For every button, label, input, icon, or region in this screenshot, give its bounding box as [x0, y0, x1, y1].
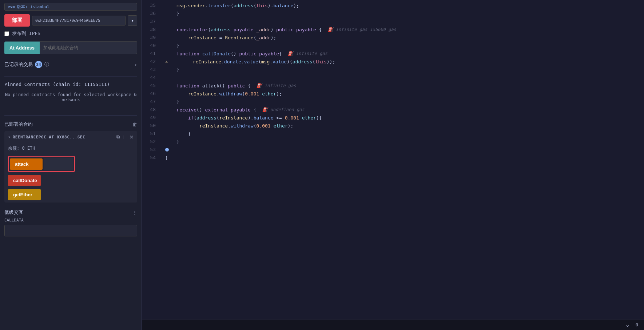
dropdown-arrow[interactable]: ▾ — [128, 15, 137, 26]
pinned-contracts-section: Pinned Contracts (chain id: 11155111) No… — [4, 82, 137, 105]
callDonate-button[interactable]: callDonate — [8, 175, 41, 186]
code-line — [165, 17, 638, 25]
calldata-label: CALLDATA — [4, 218, 137, 223]
contract-pin-icon[interactable]: ⊢ — [123, 134, 127, 140]
attack-button[interactable]: attack — [10, 158, 43, 170]
contract-item-header: ▾ REENTRANCEPOC AT 0X88C...6EC ⧉ ⊢ ✕ — [4, 131, 137, 143]
bottom-count: 0 — [636, 322, 638, 327]
trash-icon[interactable]: 🗑 — [132, 121, 137, 127]
transactions-label: 已记录的交易 — [4, 61, 33, 68]
transactions-section-header: 已记录的交易 24 ⓘ › — [4, 61, 137, 68]
code-line: function attack() public {⛽ infinite gas — [165, 82, 638, 90]
right-panel: 3536373839404142434445464748495051525354… — [142, 0, 644, 330]
code-line: msg.sender.transfer(address(this).balanc… — [165, 1, 638, 9]
code-line — [165, 146, 638, 154]
code-line: reInstance = Reentrance(_addr); — [165, 34, 638, 42]
code-line: } — [165, 66, 638, 74]
code-line: } — [165, 130, 638, 138]
code-content: msg.sender.transfer(address(this).balanc… — [159, 1, 644, 318]
deploy-row: 部署 ▾ — [4, 14, 137, 27]
at-address-button[interactable]: At Address — [4, 42, 40, 54]
code-line: } — [165, 154, 638, 162]
code-line: } — [165, 98, 638, 106]
contract-icons: ⧉ ⊢ ✕ — [116, 134, 134, 140]
transactions-title: 已记录的交易 24 ⓘ — [4, 61, 49, 68]
contract-functions: attack callDonate getEther — [4, 154, 137, 203]
bottom-bar: ⌄ 0 — [142, 319, 644, 330]
code-line: reInstance.withdraw(0.001 ether); — [165, 90, 638, 98]
ipfs-row: 发布到 IPFS — [4, 30, 137, 37]
contract-close-icon[interactable]: ✕ — [130, 134, 134, 140]
collapse-button[interactable]: ⌄ — [622, 320, 633, 330]
low-level-info-icon[interactable]: ⋮ — [132, 210, 137, 215]
code-line: function callDonate() public payable{⛽ i… — [165, 50, 638, 58]
code-line: constructor(address payable _addr) publi… — [165, 25, 638, 34]
line-numbers: 3536373839404142434445464748495051525354 — [142, 1, 159, 318]
deployed-contracts-title: 已部署的合约 — [4, 121, 33, 127]
low-level-section: 低级交互 ⋮ CALLDATA — [4, 209, 137, 236]
contract-name: REENTRANCEPOC AT 0X88C...6EC — [13, 135, 114, 140]
contract-item: ▾ REENTRANCEPOC AT 0X88C...6EC ⧉ ⊢ ✕ 余额:… — [4, 131, 137, 203]
address-input[interactable] — [32, 16, 126, 25]
transactions-info-icon[interactable]: ⓘ — [44, 61, 49, 68]
evm-badge-label: evm 版本: istanbul — [8, 4, 49, 9]
transactions-count-badge: 24 — [35, 61, 42, 68]
pinned-contracts-title: Pinned Contracts (chain id: 11155111) — [4, 82, 137, 87]
code-line: reInstance.withdraw(0.001 ether); — [165, 122, 638, 130]
transactions-chevron-right[interactable]: › — [134, 62, 137, 67]
low-level-header: 低级交互 ⋮ — [4, 209, 137, 216]
ipfs-label: 发布到 IPFS — [12, 30, 40, 37]
pinned-empty-message: No pinned contracts found for selected w… — [4, 89, 137, 105]
code-line: ⚠ reInstance.donate.value(msg.value)(add… — [165, 58, 638, 66]
contract-balance: 余额: 0 ETH — [4, 143, 137, 154]
at-address-input[interactable] — [40, 41, 137, 54]
code-line: } — [165, 9, 638, 17]
left-panel: evm 版本: istanbul 部署 ▾ 发布到 IPFS At Addres… — [0, 0, 142, 330]
deployed-contracts-header: 已部署的合约 🗑 — [4, 121, 137, 127]
low-level-title: 低级交互 — [4, 209, 23, 216]
code-line: } — [165, 138, 638, 146]
code-line: } — [165, 42, 638, 50]
getEther-button[interactable]: getEther — [8, 189, 41, 200]
deploy-button[interactable]: 部署 — [4, 14, 30, 27]
attack-input-spacer — [44, 158, 73, 170]
code-area: 3536373839404142434445464748495051525354… — [142, 0, 644, 319]
code-line — [165, 74, 638, 82]
evm-badge: evm 版本: istanbul — [4, 3, 137, 11]
at-address-row: At Address — [4, 41, 137, 54]
calldata-input-placeholder[interactable] — [4, 225, 137, 236]
contract-chevron-down[interactable]: ▾ — [8, 135, 11, 140]
code-line: if(address(reInstance).balance >= 0.001 … — [165, 114, 638, 122]
ipfs-checkbox[interactable] — [4, 31, 9, 36]
attack-button-wrapper: attack — [8, 156, 75, 172]
contract-copy-icon[interactable]: ⧉ — [116, 134, 120, 140]
code-line: receive() external payable {⛽ undefined … — [165, 106, 638, 114]
